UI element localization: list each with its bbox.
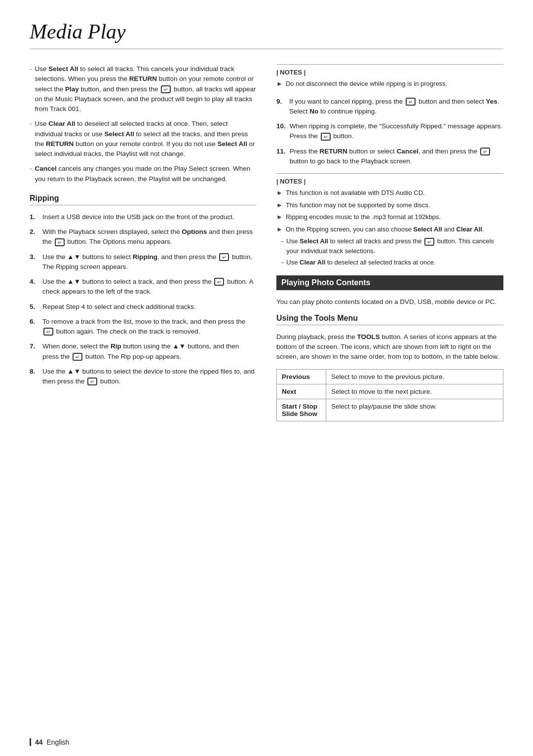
notes-text: Ripping encodes music to the .mp3 format… xyxy=(286,212,441,222)
sub-bullet-text: Use Select All to select all tracks and … xyxy=(286,236,503,256)
ripping-step-8: 8. Use the ▲▼ buttons to select the devi… xyxy=(30,367,257,387)
notes-item-1: ► Do not disconnect the device while rip… xyxy=(276,79,503,89)
ripping-steps: 1. Insert a USB device into the USB jack… xyxy=(30,212,257,387)
step-number: 1. xyxy=(30,212,38,222)
ripping-step-4: 4. Use the ▲▼ buttons to select a track,… xyxy=(30,277,257,297)
table-row-slideshow: Start / StopSlide Show Select to play/pa… xyxy=(277,399,503,421)
table-label-previous: Previous xyxy=(277,369,326,384)
playing-photo-heading: Playing Photo Contents xyxy=(276,275,503,290)
bullet-dash: - xyxy=(281,258,283,267)
ripping-step-7: 7. When done, select the Rip button usin… xyxy=(30,341,257,362)
arrow-bullet-icon: ► xyxy=(276,188,283,198)
ripping-step-3: 3. Use the ▲▼ buttons to select Ripping,… xyxy=(30,252,257,272)
tools-menu-desc: During playback, press the TOOLS button.… xyxy=(276,332,503,362)
button-icon xyxy=(406,98,416,106)
button-icon xyxy=(161,85,171,93)
intro-bullet-1-text: Use Select All to select all tracks. Thi… xyxy=(35,64,257,114)
page-lang: English xyxy=(46,738,69,746)
left-column: - Use Select All to select all tracks. T… xyxy=(30,64,257,421)
notes-text: Do not disconnect the device while rippi… xyxy=(286,79,447,89)
intro-bullet-3: - Cancel cancels any changes you made on… xyxy=(30,164,257,184)
step-number: 11. xyxy=(276,147,286,167)
main-content: - Use Select All to select all tracks. T… xyxy=(30,64,503,421)
bullet-dash: - xyxy=(30,119,32,159)
sub-bullet-2: - Use Clear All to deselect all selected… xyxy=(276,258,503,267)
table-row-previous: Previous Select to move to the previous … xyxy=(277,369,503,384)
arrow-bullet-icon: ► xyxy=(276,212,283,222)
step-number: 10. xyxy=(276,121,286,142)
step-number: 3. xyxy=(30,252,38,272)
button-icon xyxy=(43,328,53,336)
step-text: Press the RETURN button or select Cancel… xyxy=(290,147,503,167)
notes-item-4: ► Ripping encodes music to the .mp3 form… xyxy=(276,212,503,222)
intro-bullet-2-text: Use Clear All to deselect all selected t… xyxy=(35,119,257,159)
step-text: Insert a USB device into the USB jack on… xyxy=(42,212,234,222)
sub-bullet-text: Use Clear All to deselect all selected t… xyxy=(286,258,435,267)
bullet-dash: - xyxy=(281,236,283,256)
step-number: 2. xyxy=(30,227,38,247)
page-container: Media Play - Use Select All to select al… xyxy=(0,0,533,451)
notes-text: This function may not be supported by so… xyxy=(286,200,430,210)
ripping-step-10: 10. When ripping is complete, the "Succe… xyxy=(276,121,503,142)
table-label-next: Next xyxy=(277,384,326,399)
notes-item-5: ► On the Ripping screen, you can also ch… xyxy=(276,225,503,234)
button-icon xyxy=(214,278,224,286)
step-text: To remove a track from the list, move to… xyxy=(42,317,257,337)
button-icon xyxy=(55,238,65,246)
ripping-step-1: 1. Insert a USB device into the USB jack… xyxy=(30,212,257,222)
ripping-step-2: 2. With the Playback screen displayed, s… xyxy=(30,227,257,247)
notes-item-2: ► This function is not available with DT… xyxy=(276,188,503,198)
table-row-next: Next Select to move to the next picture. xyxy=(277,384,503,399)
notes-bottom: | NOTES | ► This function is not availab… xyxy=(276,173,503,267)
button-icon xyxy=(321,133,331,141)
table-label-slideshow: Start / StopSlide Show xyxy=(277,399,326,421)
tools-menu-heading: Using the Tools Menu xyxy=(276,314,503,325)
table-desc-previous: Select to move to the previous picture. xyxy=(326,369,503,384)
arrow-bullet-icon: ► xyxy=(276,225,283,234)
bullet-dash: - xyxy=(30,164,32,184)
step-number: 7. xyxy=(30,341,38,362)
button-icon xyxy=(480,148,490,155)
page-num-value: 44 xyxy=(35,738,43,746)
arrow-bullet-icon: ► xyxy=(276,79,283,89)
ripping-step-5: 5. Repeat Step 4 to select and check add… xyxy=(30,302,257,312)
notes-label: | NOTES | xyxy=(276,178,503,185)
button-icon xyxy=(87,378,97,385)
step-text: Use the ▲▼ buttons to select a track, an… xyxy=(42,277,257,297)
intro-bullet-2: - Use Clear All to deselect all selected… xyxy=(30,119,257,159)
notes-label: | NOTES | xyxy=(276,69,503,76)
page-number: 44 English xyxy=(30,738,69,746)
notes-item-3: ► This function may not be supported by … xyxy=(276,200,503,210)
ripping-step-6: 6. To remove a track from the list, move… xyxy=(30,317,257,337)
page-title: Media Play xyxy=(30,20,503,49)
button-icon xyxy=(219,253,229,261)
continued-steps: 9. If you want to cancel ripping, press … xyxy=(276,97,503,167)
step-number: 9. xyxy=(276,97,285,117)
step-text: Use the ▲▼ buttons to select the device … xyxy=(42,367,257,387)
ripping-heading: Ripping xyxy=(30,194,257,205)
step-number: 4. xyxy=(30,277,38,297)
step-number: 6. xyxy=(30,317,38,337)
notes-text: On the Ripping screen, you can also choo… xyxy=(286,225,484,234)
sub-bullet-1: - Use Select All to select all tracks an… xyxy=(276,236,503,256)
step-number: 5. xyxy=(30,302,38,312)
arrow-bullet-icon: ► xyxy=(276,200,283,210)
step-text: With the Playback screen displayed, sele… xyxy=(42,227,257,247)
ripping-step-11: 11. Press the RETURN button or select Ca… xyxy=(276,147,503,167)
step-text: When ripping is complete, the "Successfu… xyxy=(290,121,503,142)
tools-table: Previous Select to move to the previous … xyxy=(276,369,503,421)
notes-top: | NOTES | ► Do not disconnect the device… xyxy=(276,64,503,89)
button-icon xyxy=(73,353,82,361)
bullet-dash: - xyxy=(30,64,32,114)
step-number: 8. xyxy=(30,367,38,387)
right-column: | NOTES | ► Do not disconnect the device… xyxy=(276,64,503,421)
step-text: When done, select the Rip button using t… xyxy=(42,341,257,362)
step-text: If you want to cancel ripping, press the… xyxy=(289,97,503,117)
step-text: Use the ▲▼ buttons to select Ripping, an… xyxy=(42,252,257,272)
intro-bullet-3-text: Cancel cancels any changes you made on t… xyxy=(35,164,257,184)
button-icon xyxy=(424,238,434,246)
table-desc-slideshow: Select to play/pause the slide show. xyxy=(326,399,503,421)
intro-bullets: - Use Select All to select all tracks. T… xyxy=(30,64,257,184)
intro-bullet-1: - Use Select All to select all tracks. T… xyxy=(30,64,257,114)
playing-photo-desc: You can play photo contents located on a… xyxy=(276,297,503,307)
